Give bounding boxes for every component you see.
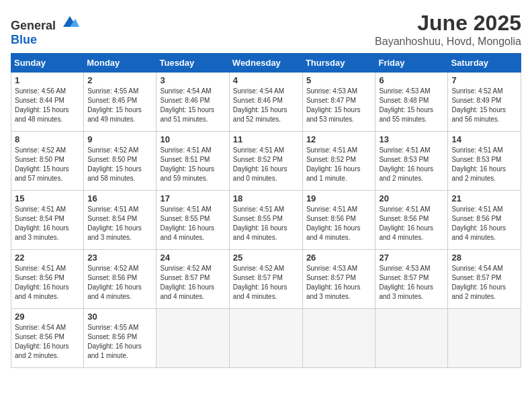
table-cell: 28 Sunrise: 4:54 AMSunset: 8:57 PMDaylig… [448,250,521,309]
day-detail: Sunrise: 4:51 AMSunset: 8:53 PMDaylight:… [451,146,506,182]
day-detail: Sunrise: 4:52 AMSunset: 8:50 PMDaylight:… [87,146,142,182]
table-cell: 10 Sunrise: 4:51 AMSunset: 8:51 PMDaylig… [157,132,229,191]
week-row-2: 8 Sunrise: 4:52 AMSunset: 8:50 PMDayligh… [11,132,521,191]
day-number: 15 [15,193,80,203]
day-number: 13 [379,134,444,144]
week-row-1b: 1 Sunrise: 4:56 AMSunset: 8:44 PMDayligh… [11,73,521,132]
table-cell: 13 Sunrise: 4:51 AMSunset: 8:53 PMDaylig… [375,132,448,191]
day-detail: Sunrise: 4:51 AMSunset: 8:55 PMDaylight:… [233,205,287,241]
table-cell [375,309,448,368]
table-cell: 2 Sunrise: 4:55 AMSunset: 8:45 PMDayligh… [84,73,157,132]
table-cell: 15 Sunrise: 4:51 AMSunset: 8:54 PMDaylig… [11,191,84,250]
calendar-header-row: Sunday Monday Tuesday Wednesday Thursday… [11,54,521,73]
location-title: Bayanhoshuu, Hovd, Mongolia [375,36,521,48]
day-detail: Sunrise: 4:51 AMSunset: 8:54 PMDaylight:… [15,205,69,241]
month-title: June 2025 [375,11,521,36]
table-cell: 7 Sunrise: 4:52 AMSunset: 8:49 PMDayligh… [448,73,521,132]
table-cell: 23 Sunrise: 4:52 AMSunset: 8:56 PMDaylig… [84,250,157,309]
table-cell: 11 Sunrise: 4:51 AMSunset: 8:52 PMDaylig… [229,132,302,191]
day-number: 18 [233,193,299,203]
table-cell: 5 Sunrise: 4:53 AMSunset: 8:47 PMDayligh… [302,73,375,132]
table-cell: 22 Sunrise: 4:51 AMSunset: 8:56 PMDaylig… [11,250,84,309]
week-row-5: 29 Sunrise: 4:54 AMSunset: 8:56 PMDaylig… [11,309,521,368]
table-cell: 17 Sunrise: 4:51 AMSunset: 8:55 PMDaylig… [157,191,229,250]
logo-text: General Blue [11,11,79,47]
day-detail: Sunrise: 4:55 AMSunset: 8:45 PMDaylight:… [87,87,142,123]
day-number: 14 [451,134,517,144]
day-number: 24 [160,253,225,263]
table-cell: 26 Sunrise: 4:53 AMSunset: 8:57 PMDaylig… [302,250,375,309]
day-detail: Sunrise: 4:51 AMSunset: 8:56 PMDaylight:… [306,205,361,241]
day-detail: Sunrise: 4:51 AMSunset: 8:53 PMDaylight:… [379,146,433,182]
day-number: 5 [306,75,372,85]
day-detail: Sunrise: 4:52 AMSunset: 8:57 PMDaylight:… [233,265,287,300]
table-cell: 29 Sunrise: 4:54 AMSunset: 8:56 PMDaylig… [11,309,84,368]
day-detail: Sunrise: 4:56 AMSunset: 8:44 PMDaylight:… [15,87,69,123]
day-number: 10 [160,134,225,144]
table-cell: 9 Sunrise: 4:52 AMSunset: 8:50 PMDayligh… [84,132,157,191]
day-number: 25 [233,253,299,263]
day-number: 16 [87,193,152,203]
day-number: 23 [87,253,152,263]
table-cell: 8 Sunrise: 4:52 AMSunset: 8:50 PMDayligh… [11,132,84,191]
title-area: June 2025 Bayanhoshuu, Hovd, Mongolia [375,11,521,48]
day-number: 29 [15,312,80,322]
col-monday: Monday [84,54,157,73]
day-detail: Sunrise: 4:52 AMSunset: 8:56 PMDaylight:… [87,265,142,300]
day-detail: Sunrise: 4:53 AMSunset: 8:48 PMDaylight:… [379,87,433,123]
day-number: 12 [306,134,372,144]
col-tuesday: Tuesday [157,54,229,73]
logo-blue: Blue [11,33,37,46]
table-cell: 4 Sunrise: 4:54 AMSunset: 8:46 PMDayligh… [229,73,302,132]
table-cell: 21 Sunrise: 4:51 AMSunset: 8:56 PMDaylig… [448,191,521,250]
day-detail: Sunrise: 4:53 AMSunset: 8:57 PMDaylight:… [306,265,361,300]
day-number: 21 [451,193,517,203]
logo-general: General [11,19,56,32]
day-number: 22 [15,253,80,263]
table-cell: 12 Sunrise: 4:51 AMSunset: 8:52 PMDaylig… [302,132,375,191]
day-number: 11 [233,134,299,144]
col-sunday: Sunday [11,54,84,73]
table-cell: 16 Sunrise: 4:51 AMSunset: 8:54 PMDaylig… [84,191,157,250]
day-detail: Sunrise: 4:51 AMSunset: 8:55 PMDaylight:… [160,205,214,241]
day-detail: Sunrise: 4:51 AMSunset: 8:51 PMDaylight:… [160,146,214,182]
table-cell: 20 Sunrise: 4:51 AMSunset: 8:56 PMDaylig… [375,191,448,250]
table-cell [157,309,229,368]
day-detail: Sunrise: 4:53 AMSunset: 8:47 PMDaylight:… [306,87,361,123]
day-detail: Sunrise: 4:51 AMSunset: 8:56 PMDaylight:… [451,205,506,241]
day-detail: Sunrise: 4:51 AMSunset: 8:56 PMDaylight:… [15,265,69,300]
day-number: 27 [379,253,444,263]
day-detail: Sunrise: 4:54 AMSunset: 8:57 PMDaylight:… [451,265,506,300]
day-number: 20 [379,193,444,203]
day-number: 19 [306,193,372,203]
day-detail: Sunrise: 4:51 AMSunset: 8:52 PMDaylight:… [306,146,361,182]
table-cell: 6 Sunrise: 4:53 AMSunset: 8:48 PMDayligh… [375,73,448,132]
day-detail: Sunrise: 4:52 AMSunset: 8:50 PMDaylight:… [15,146,69,182]
day-detail: Sunrise: 4:52 AMSunset: 8:49 PMDaylight:… [451,87,506,123]
table-cell: 30 Sunrise: 4:55 AMSunset: 8:56 PMDaylig… [84,309,157,368]
day-number: 30 [87,312,152,322]
day-number: 1 [15,75,80,85]
calendar-table: Sunday Monday Tuesday Wednesday Thursday… [11,53,521,368]
col-saturday: Saturday [448,54,521,73]
day-number: 4 [233,75,299,85]
col-friday: Friday [375,54,448,73]
logo: General Blue [11,11,79,47]
day-detail: Sunrise: 4:54 AMSunset: 8:46 PMDaylight:… [160,87,214,123]
day-detail: Sunrise: 4:54 AMSunset: 8:56 PMDaylight:… [15,324,69,359]
table-cell: 24 Sunrise: 4:52 AMSunset: 8:57 PMDaylig… [157,250,229,309]
day-number: 28 [451,253,517,263]
day-detail: Sunrise: 4:52 AMSunset: 8:57 PMDaylight:… [160,265,214,300]
day-number: 3 [160,75,225,85]
col-thursday: Thursday [302,54,375,73]
table-cell: 19 Sunrise: 4:51 AMSunset: 8:56 PMDaylig… [302,191,375,250]
day-number: 26 [306,253,372,263]
day-number: 2 [87,75,152,85]
table-cell: 1 Sunrise: 4:56 AMSunset: 8:44 PMDayligh… [11,73,84,132]
day-detail: Sunrise: 4:51 AMSunset: 8:56 PMDaylight:… [379,205,433,241]
logo-icon [60,11,79,30]
table-cell: 14 Sunrise: 4:51 AMSunset: 8:53 PMDaylig… [448,132,521,191]
day-number: 9 [87,134,152,144]
day-number: 17 [160,193,225,203]
week-row-3: 15 Sunrise: 4:51 AMSunset: 8:54 PMDaylig… [11,191,521,250]
